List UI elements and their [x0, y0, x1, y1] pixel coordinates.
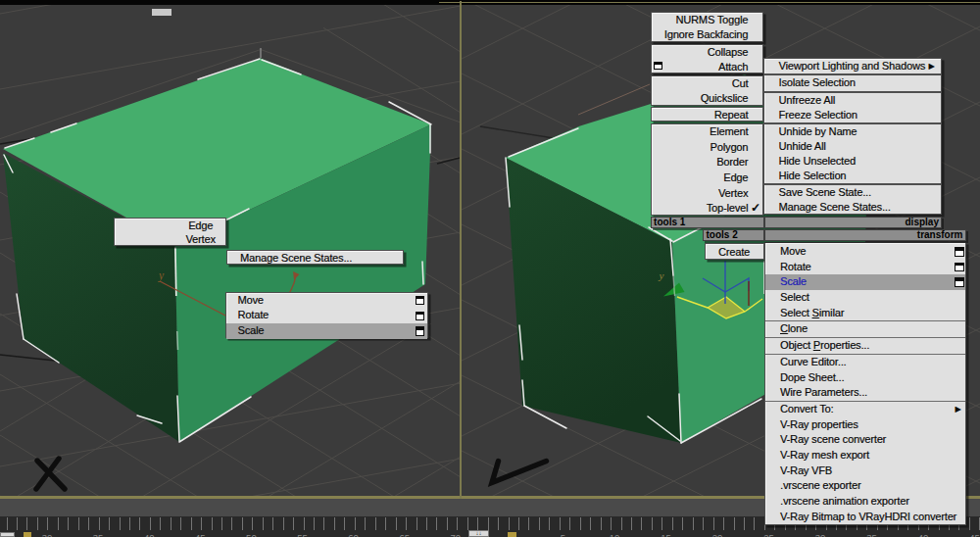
svg-text:y: y — [659, 269, 664, 281]
svg-text:y: y — [158, 269, 165, 282]
